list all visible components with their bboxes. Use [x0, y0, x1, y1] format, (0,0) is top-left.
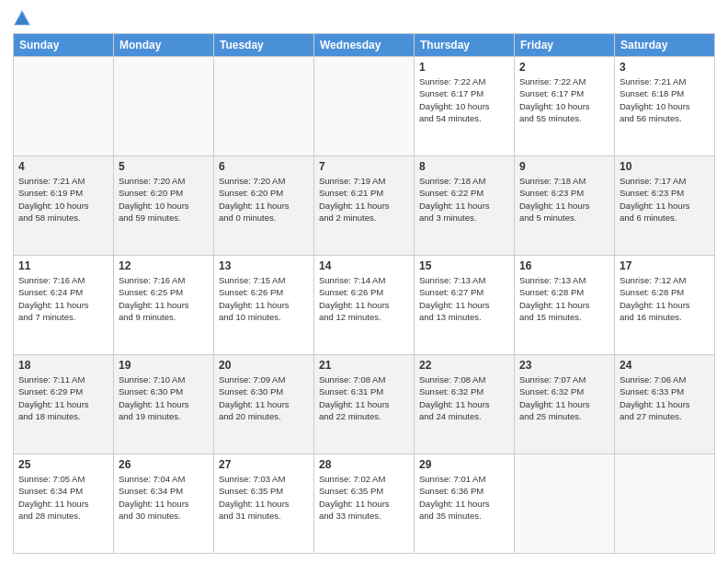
day-number: 11 [18, 259, 108, 272]
day-info: Sunrise: 7:20 AM Sunset: 6:20 PM Dayligh… [119, 175, 209, 224]
day-number: 28 [319, 458, 409, 471]
day-number: 13 [219, 259, 309, 272]
day-number: 29 [419, 458, 509, 471]
day-info: Sunrise: 7:12 AM Sunset: 6:28 PM Dayligh… [620, 274, 710, 323]
day-info: Sunrise: 7:09 AM Sunset: 6:30 PM Dayligh… [219, 373, 309, 422]
day-number: 26 [119, 458, 209, 471]
calendar-cell: 2Sunrise: 7:22 AM Sunset: 6:17 PM Daylig… [515, 57, 615, 156]
calendar-cell: 20Sunrise: 7:09 AM Sunset: 6:30 PM Dayli… [214, 355, 314, 454]
day-info: Sunrise: 7:05 AM Sunset: 6:34 PM Dayligh… [18, 473, 108, 522]
calendar-cell [114, 57, 214, 156]
calendar-cell: 22Sunrise: 7:08 AM Sunset: 6:32 PM Dayli… [415, 355, 515, 454]
day-number: 18 [18, 359, 108, 372]
day-info: Sunrise: 7:21 AM Sunset: 6:18 PM Dayligh… [620, 75, 710, 124]
day-info: Sunrise: 7:22 AM Sunset: 6:17 PM Dayligh… [419, 75, 509, 124]
day-number: 3 [620, 61, 710, 74]
day-info: Sunrise: 7:14 AM Sunset: 6:26 PM Dayligh… [319, 274, 409, 323]
day-number: 2 [519, 61, 609, 74]
day-number: 10 [620, 160, 710, 173]
day-number: 21 [319, 359, 409, 372]
day-number: 4 [18, 160, 108, 173]
day-info: Sunrise: 7:22 AM Sunset: 6:17 PM Dayligh… [519, 75, 609, 124]
calendar-cell: 27Sunrise: 7:03 AM Sunset: 6:35 PM Dayli… [214, 454, 314, 554]
day-info: Sunrise: 7:13 AM Sunset: 6:27 PM Dayligh… [419, 274, 509, 323]
day-number: 6 [219, 160, 309, 173]
calendar-cell: 26Sunrise: 7:04 AM Sunset: 6:34 PM Dayli… [114, 454, 214, 554]
day-info: Sunrise: 7:08 AM Sunset: 6:31 PM Dayligh… [319, 373, 409, 422]
calendar-cell [14, 57, 114, 156]
day-info: Sunrise: 7:16 AM Sunset: 6:24 PM Dayligh… [18, 274, 108, 323]
day-info: Sunrise: 7:11 AM Sunset: 6:29 PM Dayligh… [18, 373, 108, 422]
calendar-cell: 28Sunrise: 7:02 AM Sunset: 6:35 PM Dayli… [314, 454, 415, 554]
col-header-saturday: Saturday [615, 34, 715, 57]
day-number: 23 [519, 359, 609, 372]
logo [13, 9, 35, 28]
calendar-cell: 19Sunrise: 7:10 AM Sunset: 6:30 PM Dayli… [114, 355, 214, 454]
day-info: Sunrise: 7:20 AM Sunset: 6:20 PM Dayligh… [219, 175, 309, 224]
day-info: Sunrise: 7:21 AM Sunset: 6:19 PM Dayligh… [18, 175, 108, 224]
calendar-cell: 23Sunrise: 7:07 AM Sunset: 6:32 PM Dayli… [515, 355, 615, 454]
calendar-cell [615, 454, 715, 554]
calendar-cell [214, 57, 314, 156]
day-number: 8 [419, 160, 509, 173]
day-number: 12 [119, 259, 209, 272]
day-info: Sunrise: 7:15 AM Sunset: 6:26 PM Dayligh… [219, 274, 309, 323]
calendar-header-row: SundayMondayTuesdayWednesdayThursdayFrid… [14, 34, 715, 57]
calendar-week-row: 11Sunrise: 7:16 AM Sunset: 6:24 PM Dayli… [14, 256, 715, 355]
day-info: Sunrise: 7:16 AM Sunset: 6:25 PM Dayligh… [119, 274, 209, 323]
calendar-cell: 11Sunrise: 7:16 AM Sunset: 6:24 PM Dayli… [14, 256, 114, 355]
calendar-cell: 25Sunrise: 7:05 AM Sunset: 6:34 PM Dayli… [14, 454, 114, 554]
calendar-cell: 18Sunrise: 7:11 AM Sunset: 6:29 PM Dayli… [14, 355, 114, 454]
col-header-thursday: Thursday [415, 34, 515, 57]
calendar-cell: 29Sunrise: 7:01 AM Sunset: 6:36 PM Dayli… [415, 454, 515, 554]
day-info: Sunrise: 7:17 AM Sunset: 6:23 PM Dayligh… [620, 175, 710, 224]
col-header-friday: Friday [515, 34, 615, 57]
day-number: 9 [519, 160, 609, 173]
calendar-cell: 4Sunrise: 7:21 AM Sunset: 6:19 PM Daylig… [14, 156, 114, 256]
calendar-week-row: 18Sunrise: 7:11 AM Sunset: 6:29 PM Dayli… [14, 355, 715, 454]
day-info: Sunrise: 7:03 AM Sunset: 6:35 PM Dayligh… [219, 473, 309, 522]
day-number: 17 [620, 259, 710, 272]
day-info: Sunrise: 7:18 AM Sunset: 6:22 PM Dayligh… [419, 175, 509, 224]
day-info: Sunrise: 7:02 AM Sunset: 6:35 PM Dayligh… [319, 473, 409, 522]
day-number: 22 [419, 359, 509, 372]
calendar-cell: 15Sunrise: 7:13 AM Sunset: 6:27 PM Dayli… [415, 256, 515, 355]
day-info: Sunrise: 7:08 AM Sunset: 6:32 PM Dayligh… [419, 373, 509, 422]
logo-icon [13, 9, 31, 28]
day-info: Sunrise: 7:13 AM Sunset: 6:28 PM Dayligh… [519, 274, 609, 323]
calendar-cell: 12Sunrise: 7:16 AM Sunset: 6:25 PM Dayli… [114, 256, 214, 355]
day-info: Sunrise: 7:19 AM Sunset: 6:21 PM Dayligh… [319, 175, 409, 224]
col-header-wednesday: Wednesday [314, 34, 415, 57]
calendar-cell: 8Sunrise: 7:18 AM Sunset: 6:22 PM Daylig… [415, 156, 515, 256]
calendar-cell: 7Sunrise: 7:19 AM Sunset: 6:21 PM Daylig… [314, 156, 415, 256]
calendar-cell: 21Sunrise: 7:08 AM Sunset: 6:31 PM Dayli… [314, 355, 415, 454]
page-header [13, 9, 715, 28]
calendar-cell: 13Sunrise: 7:15 AM Sunset: 6:26 PM Dayli… [214, 256, 314, 355]
day-number: 15 [419, 259, 509, 272]
day-info: Sunrise: 7:01 AM Sunset: 6:36 PM Dayligh… [419, 473, 509, 522]
calendar-week-row: 1Sunrise: 7:22 AM Sunset: 6:17 PM Daylig… [14, 57, 715, 156]
calendar-table: SundayMondayTuesdayWednesdayThursdayFrid… [13, 33, 715, 554]
calendar-cell [515, 454, 615, 554]
day-number: 24 [620, 359, 710, 372]
day-number: 1 [419, 61, 509, 74]
day-number: 19 [119, 359, 209, 372]
day-number: 7 [319, 160, 409, 173]
calendar-cell: 6Sunrise: 7:20 AM Sunset: 6:20 PM Daylig… [214, 156, 314, 256]
day-number: 20 [219, 359, 309, 372]
col-header-monday: Monday [114, 34, 214, 57]
calendar-cell: 9Sunrise: 7:18 AM Sunset: 6:23 PM Daylig… [515, 156, 615, 256]
calendar-cell: 24Sunrise: 7:06 AM Sunset: 6:33 PM Dayli… [615, 355, 715, 454]
day-info: Sunrise: 7:07 AM Sunset: 6:32 PM Dayligh… [519, 373, 609, 422]
calendar-cell [314, 57, 415, 156]
day-info: Sunrise: 7:10 AM Sunset: 6:30 PM Dayligh… [119, 373, 209, 422]
calendar-cell: 16Sunrise: 7:13 AM Sunset: 6:28 PM Dayli… [515, 256, 615, 355]
calendar-cell: 10Sunrise: 7:17 AM Sunset: 6:23 PM Dayli… [615, 156, 715, 256]
col-header-sunday: Sunday [14, 34, 114, 57]
day-number: 27 [219, 458, 309, 471]
calendar-cell: 17Sunrise: 7:12 AM Sunset: 6:28 PM Dayli… [615, 256, 715, 355]
day-info: Sunrise: 7:06 AM Sunset: 6:33 PM Dayligh… [620, 373, 710, 422]
calendar-cell: 14Sunrise: 7:14 AM Sunset: 6:26 PM Dayli… [314, 256, 415, 355]
day-number: 16 [519, 259, 609, 272]
day-info: Sunrise: 7:04 AM Sunset: 6:34 PM Dayligh… [119, 473, 209, 522]
